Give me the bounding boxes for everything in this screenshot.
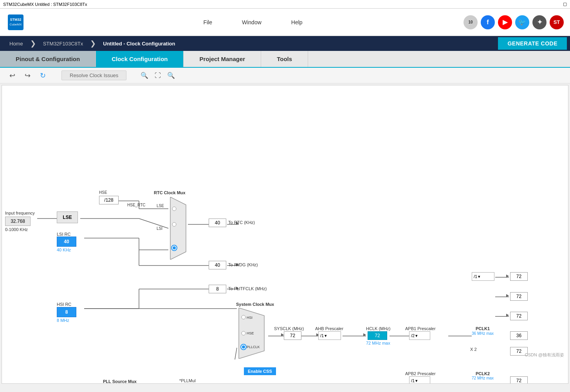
facebook-icon[interactable]: f bbox=[481, 15, 495, 29]
anniversary-icon: 10 bbox=[464, 15, 478, 29]
social-icons: 10 f ▶ 🐦 ✦ ST bbox=[464, 15, 564, 29]
rtc-clock-mux-label: RTC Clock Mux bbox=[154, 190, 186, 195]
x2-label: X 2 bbox=[470, 347, 477, 352]
tab-tools[interactable]: Tools bbox=[261, 51, 308, 67]
top-prescaler-1[interactable]: /1▾ bbox=[472, 272, 494, 281]
rtc-mux[interactable] bbox=[166, 197, 190, 260]
apb1-prescaler-label: APB1 Prescaler bbox=[405, 326, 436, 331]
menu-help[interactable]: Help bbox=[288, 18, 306, 27]
zoom-in-icon[interactable]: 🔍 bbox=[141, 72, 148, 79]
apb2-prescaler-label: APB2 Prescaler bbox=[405, 371, 436, 376]
pclk1-value-box[interactable]: 36 bbox=[510, 331, 528, 340]
svg-marker-48 bbox=[506, 314, 509, 317]
nav-menu: File Window Help bbox=[42, 18, 464, 27]
input-freq-range-1: 0-1000 KHz bbox=[5, 227, 28, 232]
to-flitfclk-label: To FLITFCLK (MHz) bbox=[228, 286, 267, 291]
svg-point-57 bbox=[242, 315, 245, 319]
breadcrumb-sep2: ❯ bbox=[90, 39, 96, 48]
lse-conn-label: LSE bbox=[157, 204, 164, 208]
svg-rect-0 bbox=[8, 14, 23, 30]
flitfclk-value-box[interactable]: 8 bbox=[209, 285, 226, 293]
lsi-rc-label: LSI RC bbox=[57, 232, 70, 237]
enable-css-button[interactable]: Enable CSS bbox=[244, 367, 276, 375]
sysclk-label: SYSCLK (MHz) bbox=[274, 326, 304, 331]
ahb-div-label: /1 bbox=[320, 333, 324, 338]
breadcrumb-home[interactable]: Home bbox=[3, 38, 29, 50]
resolve-clock-button[interactable]: Resolve Clock Issues bbox=[61, 70, 126, 80]
window-controls: ▢ bbox=[563, 2, 567, 7]
st-icon[interactable]: ST bbox=[550, 15, 564, 29]
lsi-conn-label: LSI bbox=[157, 226, 162, 231]
diagram-lines bbox=[2, 85, 566, 359]
hclk-label: HCLK (MHz) bbox=[366, 326, 390, 331]
zoom-out-icon[interactable]: 🔍 bbox=[167, 72, 175, 79]
pclk2-max-label: 72 MHz max bbox=[472, 376, 494, 380]
breadcrumb-bar: Home ❯ STM32F103C8Tx ❯ Untitled - Clock … bbox=[0, 36, 570, 51]
svg-text:HSI: HSI bbox=[247, 316, 253, 320]
lsi-khz-label: 40 KHz bbox=[57, 247, 71, 252]
hsi-rc-label: HSI RC bbox=[57, 302, 71, 307]
pclk1-label: PCLK1 bbox=[476, 326, 490, 331]
svg-marker-47 bbox=[506, 294, 509, 297]
hse-rtc-label: HSE bbox=[99, 190, 107, 195]
watermark: CSDN @独有浅雨姿 bbox=[525, 352, 564, 358]
share-icon[interactable]: ✦ bbox=[532, 15, 547, 29]
svg-text:CubeMX: CubeMX bbox=[9, 23, 22, 26]
youtube-icon[interactable]: ▶ bbox=[498, 15, 512, 29]
ahb-prescaler-select[interactable]: /1 ▾ bbox=[318, 331, 341, 340]
sysclk-value-box[interactable]: 72 bbox=[284, 331, 301, 340]
tab-clock[interactable]: Clock Configuration bbox=[96, 51, 184, 67]
undo-button[interactable]: ↩ bbox=[8, 70, 17, 81]
hsi-value-box[interactable]: 8 bbox=[57, 307, 76, 317]
tab-pinout[interactable]: Pinout & Configuration bbox=[0, 51, 96, 67]
svg-marker-43 bbox=[281, 333, 284, 336]
svg-text:PLLCLK: PLLCLK bbox=[247, 345, 260, 349]
svg-point-55 bbox=[173, 246, 176, 249]
redo-button[interactable]: ↪ bbox=[23, 70, 32, 81]
ahb-prescaler-label: AHB Prescaler bbox=[315, 326, 343, 331]
breadcrumb-sep1: ❯ bbox=[30, 39, 36, 48]
pclk1-max-label: 36 MHz max bbox=[472, 331, 494, 336]
output-72-2: 72 bbox=[510, 292, 528, 301]
toolbar: ↩ ↪ ↻ Resolve Clock Issues 🔍 ⛶ 🔍 bbox=[0, 68, 570, 83]
lse-box[interactable]: LSE bbox=[57, 211, 78, 223]
pll-source-mux-label: PLL Source Mux bbox=[103, 379, 137, 384]
refresh-button[interactable]: ↻ bbox=[38, 70, 47, 81]
to-rtc-label: To RTC (KHz) bbox=[228, 220, 255, 225]
twitter-icon[interactable]: 🐦 bbox=[515, 15, 529, 29]
svg-line-11 bbox=[139, 219, 168, 228]
menu-window[interactable]: Window bbox=[239, 18, 265, 27]
iwdg-value-box[interactable]: 40 bbox=[209, 261, 226, 269]
logo-area: STM32 CubeMX bbox=[6, 13, 27, 32]
pllmul-label: *PLLMul bbox=[179, 378, 196, 383]
output-72-1: 72 bbox=[510, 272, 528, 281]
output-72-3: 72 bbox=[510, 312, 528, 320]
sys-mux[interactable]: HSI HSE PLLCLK bbox=[235, 308, 268, 359]
svg-marker-46 bbox=[506, 275, 509, 278]
tab-bar: Pinout & Configuration Clock Configurati… bbox=[0, 51, 570, 68]
svg-marker-45 bbox=[363, 333, 366, 336]
pclk2-label: PCLK2 bbox=[476, 371, 490, 376]
pclk2-value-box[interactable]: 72 bbox=[510, 376, 528, 384]
top-nav: STM32 CubeMX File Window Help 10 f ▶ 🐦 ✦… bbox=[0, 9, 570, 36]
breadcrumb-chip[interactable]: STM32F103C8Tx bbox=[37, 38, 90, 50]
fit-screen-icon[interactable]: ⛶ bbox=[155, 72, 161, 79]
hclk-value-box[interactable]: 72 bbox=[368, 331, 387, 340]
lsi-value-box[interactable]: 40 bbox=[57, 237, 76, 247]
svg-text:HSE: HSE bbox=[247, 331, 254, 335]
clock-diagram: Input frequency 32.768 0-1000 KHz LSE LS… bbox=[2, 85, 566, 359]
hclk-max-label: 72 MHz max bbox=[366, 341, 390, 345]
generate-code-button[interactable]: GENERATE CODE bbox=[498, 37, 567, 50]
apb2-prescaler-select[interactable]: /1 ▾ bbox=[409, 376, 430, 384]
breadcrumb-current[interactable]: Untitled - Clock Configuration bbox=[97, 38, 181, 50]
hse-div128-box[interactable]: /128 bbox=[99, 196, 119, 204]
rtc-value-box[interactable]: 40 bbox=[209, 219, 226, 227]
svg-point-52 bbox=[172, 207, 176, 211]
input-freq-value-1[interactable]: 32.768 bbox=[5, 217, 31, 226]
tab-project[interactable]: Project Manager bbox=[184, 51, 261, 67]
menu-file[interactable]: File bbox=[200, 18, 215, 27]
apb1-div-label: /2 bbox=[411, 333, 415, 338]
svg-text:STM32: STM32 bbox=[10, 18, 21, 22]
hse-rtc-conn-label: HSE_RTC bbox=[127, 203, 146, 207]
apb1-prescaler-select[interactable]: /2 ▾ bbox=[409, 331, 430, 340]
